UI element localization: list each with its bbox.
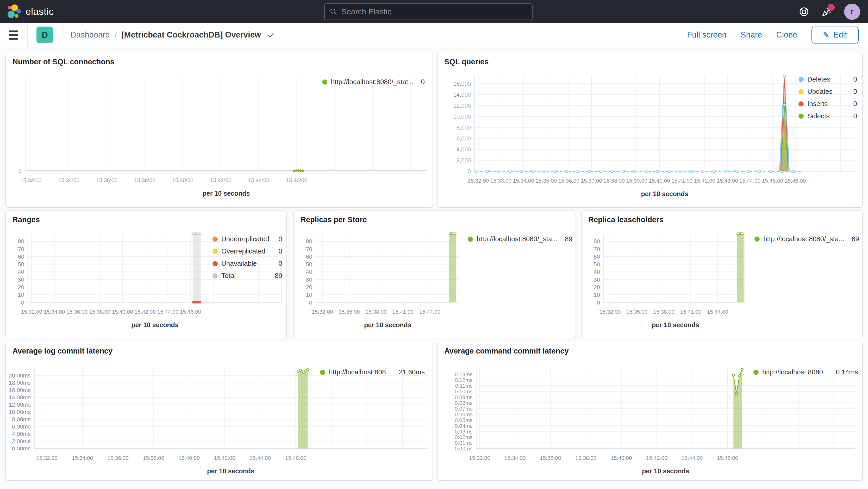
- edit-button[interactable]: ✎ Edit: [811, 27, 859, 43]
- svg-text:10,000: 10,000: [454, 113, 471, 120]
- legend-series-dot: [213, 249, 218, 254]
- legend-item[interactable]: http://localhost:8080/_stat...0: [322, 78, 425, 86]
- chart-legend: http://localhost:8080/_sta...89: [754, 235, 859, 243]
- svg-text:15:44:00: 15:44:00: [739, 178, 761, 184]
- news-button[interactable]: [821, 6, 833, 18]
- legend-series-dot: [799, 89, 804, 94]
- svg-text:16.00ms: 16.00ms: [9, 387, 31, 393]
- svg-text:0: 0: [597, 299, 600, 306]
- legend-item[interactable]: http://localhost:808...21.60ms: [320, 368, 425, 376]
- svg-text:8,000: 8,000: [457, 124, 471, 131]
- panel-title: Average log commit latency: [12, 347, 113, 355]
- legend-series-value: 0: [854, 75, 857, 83]
- panel-sql-queries: 02,0004,0006,0008,00010,00012,00014,0001…: [437, 53, 863, 208]
- legend-item[interactable]: http://localhost:8080/_sta...89: [468, 235, 572, 243]
- panel-title: Replicas per Store: [301, 215, 367, 224]
- svg-text:60: 60: [306, 253, 312, 260]
- svg-text:18.00ms: 18.00ms: [9, 379, 31, 386]
- brand-name: elastic: [26, 6, 54, 17]
- clone-button[interactable]: Clone: [776, 30, 798, 40]
- svg-text:30: 30: [306, 276, 312, 283]
- app-header: elastic r: [0, 0, 868, 23]
- svg-text:15:38:00: 15:38:00: [365, 309, 387, 315]
- svg-text:per 10 seconds: per 10 seconds: [641, 190, 688, 197]
- svg-text:40: 40: [306, 269, 312, 275]
- legend-item[interactable]: Underreplicated0: [213, 235, 282, 243]
- svg-text:0.11ms: 0.11ms: [455, 383, 473, 389]
- help-button[interactable]: [798, 6, 810, 18]
- svg-text:15:42:00: 15:42:00: [135, 309, 156, 315]
- svg-text:10: 10: [306, 292, 312, 298]
- legend-item[interactable]: http://localhost:8080...0.14ms: [753, 368, 858, 376]
- legend-series-value: 0: [279, 247, 282, 255]
- search-icon: [330, 7, 338, 16]
- pencil-icon: ✎: [823, 30, 830, 40]
- legend-series-value: 0: [279, 259, 282, 268]
- svg-text:15:36:00: 15:36:00: [540, 455, 561, 461]
- legend-series-dot: [468, 237, 473, 242]
- legend-series-dot: [213, 261, 218, 266]
- breadcrumb-dashboard-link[interactable]: Dashboard: [70, 30, 110, 40]
- svg-text:0.01ms: 0.01ms: [455, 440, 473, 446]
- panel-title: Replica leaseholders: [588, 215, 663, 224]
- svg-text:15:40:00: 15:40:00: [649, 178, 670, 184]
- svg-text:15:39:00: 15:39:00: [626, 178, 647, 184]
- legend-series-dot: [799, 101, 804, 106]
- share-button[interactable]: Share: [741, 30, 762, 40]
- svg-text:15:38:00: 15:38:00: [653, 309, 675, 315]
- svg-text:12,000: 12,000: [454, 102, 471, 109]
- svg-text:15:41:00: 15:41:00: [393, 309, 414, 315]
- legend-item[interactable]: Selects0: [799, 112, 857, 120]
- svg-text:30: 30: [593, 276, 600, 283]
- legend-series-value: 0: [854, 112, 857, 120]
- svg-text:per 10 seconds: per 10 seconds: [642, 467, 689, 475]
- svg-text:0: 0: [19, 167, 22, 174]
- legend-item[interactable]: Unavailable0: [213, 259, 282, 268]
- svg-text:15:32:00: 15:32:00: [599, 309, 621, 315]
- svg-text:15:32:00: 15:32:00: [312, 309, 333, 315]
- legend-item[interactable]: Overreplicated0: [213, 247, 282, 255]
- svg-text:20: 20: [18, 284, 24, 291]
- legend-item[interactable]: http://localhost:8080/_sta...89: [754, 235, 859, 243]
- svg-text:10.00ms: 10.00ms: [9, 409, 31, 415]
- svg-text:0.12ms: 0.12ms: [455, 377, 473, 383]
- user-avatar[interactable]: r: [844, 4, 860, 20]
- legend-item[interactable]: Inserts0: [799, 100, 857, 108]
- svg-text:15:44:00: 15:44:00: [707, 309, 728, 315]
- legend-series-value: 89: [565, 235, 572, 243]
- legend-series-dot: [322, 80, 328, 85]
- svg-text:30: 30: [18, 276, 24, 283]
- elastic-logo[interactable]: elastic: [0, 4, 54, 20]
- check-icon[interactable]: [267, 31, 275, 38]
- legend-series-value: 21.60ms: [399, 368, 425, 376]
- full-screen-button[interactable]: Full screen: [687, 30, 726, 40]
- svg-text:15:41:00: 15:41:00: [680, 309, 702, 315]
- svg-text:15:35:00: 15:35:00: [339, 309, 360, 315]
- global-search[interactable]: [324, 3, 533, 20]
- svg-text:per 10 seconds: per 10 seconds: [131, 321, 179, 329]
- svg-text:2.00ms: 2.00ms: [12, 438, 31, 445]
- svg-text:15:44:00: 15:44:00: [157, 309, 179, 315]
- svg-text:60: 60: [593, 253, 600, 260]
- legend-item[interactable]: Total89: [213, 272, 282, 280]
- space-badge[interactable]: D: [36, 27, 53, 43]
- svg-text:15:44:00: 15:44:00: [248, 177, 270, 183]
- panel-replicas-per-store: 0102030405060708015:32:0015:35:0015:38:0…: [293, 211, 576, 338]
- legend-series-dot: [213, 237, 218, 242]
- svg-text:0: 0: [468, 168, 471, 175]
- legend-item[interactable]: Deletes0: [799, 75, 857, 83]
- svg-text:15:38:00: 15:38:00: [134, 177, 155, 183]
- svg-text:15:42:00: 15:42:00: [646, 455, 668, 461]
- svg-text:0.03ms: 0.03ms: [455, 429, 473, 434]
- svg-text:0.05ms: 0.05ms: [455, 417, 473, 423]
- legend-series-value: 0: [279, 235, 282, 243]
- menu-button[interactable]: [9, 27, 27, 43]
- legend-series-label: Updates: [807, 88, 846, 96]
- search-input[interactable]: [341, 7, 527, 16]
- svg-text:15:38:00: 15:38:00: [89, 309, 111, 315]
- legend-series-value: 0: [421, 78, 425, 86]
- svg-text:2,000: 2,000: [457, 157, 471, 163]
- legend-series-dot: [320, 370, 325, 375]
- legend-item[interactable]: Updates0: [799, 88, 857, 96]
- panel-avg-command-commit-latency: 0.00ms0.01ms0.02ms0.03ms0.04ms0.05ms0.06…: [437, 342, 863, 481]
